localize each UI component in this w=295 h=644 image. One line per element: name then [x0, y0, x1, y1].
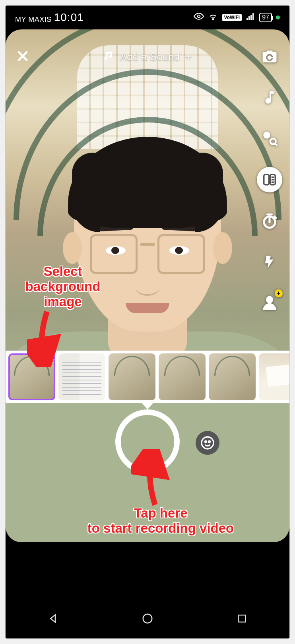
system-nav-bar: [6, 599, 289, 638]
svg-point-12: [202, 437, 213, 449]
svg-point-11: [266, 296, 273, 303]
background-thumbnail-strip: [6, 351, 289, 403]
explore-button[interactable]: [258, 126, 281, 149]
emoji-button[interactable]: [196, 431, 219, 455]
plus-badge-icon: +: [275, 289, 283, 297]
timer-button[interactable]: [258, 210, 281, 233]
add-sound-label: Add a Sound: [120, 51, 180, 63]
invite-friend-button[interactable]: +: [258, 291, 281, 314]
plus-icon: +: [185, 50, 192, 63]
subject-person: [12, 149, 283, 542]
vowifi-badge: VoWiFi: [222, 14, 242, 21]
svg-point-1: [212, 19, 213, 20]
svg-point-6: [263, 132, 270, 139]
svg-rect-8: [264, 175, 269, 184]
recents-button[interactable]: [234, 611, 250, 627]
back-button[interactable]: [45, 611, 61, 627]
background-thumb[interactable]: [259, 353, 289, 400]
add-sound-button[interactable]: Add a Sound +: [103, 50, 192, 64]
svg-rect-2: [246, 18, 248, 20]
svg-rect-3: [248, 16, 250, 20]
camera-viewfinder: Add a Sound +: [6, 29, 289, 542]
svg-point-7: [270, 139, 276, 144]
flash-button[interactable]: [258, 250, 281, 274]
greenscreen-button[interactable]: [257, 167, 282, 192]
background-thumb[interactable]: [209, 353, 256, 400]
svg-rect-4: [250, 15, 252, 20]
music-note-icon: [103, 50, 115, 64]
svg-point-13: [205, 441, 207, 442]
carrier-label: MY MAXIS: [15, 16, 52, 24]
svg-point-0: [197, 15, 200, 18]
background-thumb[interactable]: [58, 353, 105, 400]
background-thumb[interactable]: [109, 353, 155, 400]
svg-rect-5: [252, 13, 254, 20]
device-frame: MY MAXIS 10:01 VoWiFi 97: [6, 6, 289, 638]
svg-point-15: [143, 614, 152, 623]
background-thumb[interactable]: [159, 353, 206, 400]
strip-pointer-icon: [142, 403, 153, 409]
clock: 10:01: [54, 11, 84, 24]
tool-rail: +: [257, 45, 282, 314]
flip-camera-button[interactable]: [258, 45, 281, 68]
record-button[interactable]: [115, 409, 180, 474]
eye-icon: [194, 11, 204, 24]
svg-point-14: [209, 441, 210, 442]
background-thumb[interactable]: [8, 353, 55, 400]
signal-icon: [246, 12, 255, 23]
close-button[interactable]: [16, 47, 29, 67]
status-bar: MY MAXIS 10:01 VoWiFi 97: [6, 6, 289, 29]
wifi-icon: [208, 11, 218, 24]
battery-indicator: 97: [259, 13, 272, 22]
camera-active-dot: [276, 16, 280, 19]
home-button[interactable]: [140, 611, 155, 627]
svg-rect-16: [239, 615, 245, 622]
sounds-button[interactable]: [258, 86, 281, 109]
